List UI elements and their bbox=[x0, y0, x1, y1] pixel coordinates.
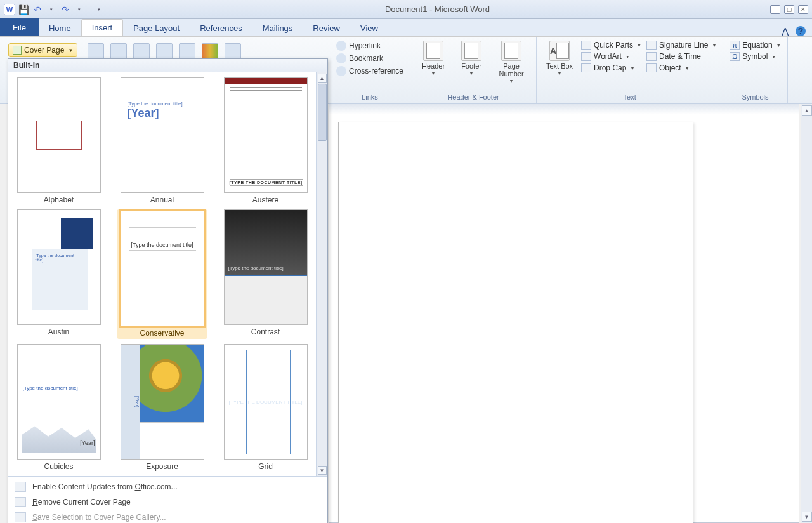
equation-icon: π bbox=[730, 41, 740, 50]
page-number-icon bbox=[501, 41, 521, 61]
wordart-icon bbox=[581, 52, 591, 61]
quick-parts-button[interactable]: Quick Parts▼ bbox=[581, 41, 641, 50]
cover-austere[interactable]: [TYPE THE DOCUMENT TITLE] Austere bbox=[220, 77, 311, 204]
cover-page-icon bbox=[13, 46, 22, 55]
tab-file[interactable]: File bbox=[0, 18, 39, 36]
drop-cap-button[interactable]: Drop Cap▼ bbox=[581, 63, 641, 72]
ribbon-tabs: File Home Insert Page Layout References … bbox=[0, 19, 812, 37]
signature-line-button[interactable]: Signature Line▼ bbox=[646, 41, 716, 50]
remove-cover-page-item[interactable]: Remove Current Cover Page bbox=[8, 494, 327, 510]
group-label-text: Text bbox=[543, 92, 716, 103]
wordart-button[interactable]: WordArt▼ bbox=[581, 52, 641, 61]
object-icon bbox=[646, 63, 657, 72]
group-symbols: πEquation▼ ΩSymbol▼ Symbols bbox=[723, 37, 787, 103]
cover-cubicles[interactable]: [Type the document title] [Year] Cubicle… bbox=[13, 344, 104, 471]
window-controls: — ▢ ✕ bbox=[770, 5, 808, 14]
cover-contrast[interactable]: [Type the document title] Contrast bbox=[220, 209, 311, 339]
redo-icon[interactable]: ↷ bbox=[60, 4, 71, 15]
equation-button[interactable]: πEquation▼ bbox=[730, 41, 780, 50]
group-header-footer: Header▼ Footer▼ Page Number▼ Header & Fo… bbox=[410, 37, 537, 103]
screenshot-icon[interactable] bbox=[225, 43, 241, 60]
cover-grid[interactable]: [TYPE THE DOCUMENT TITLE] Grid bbox=[220, 344, 311, 471]
office-icon bbox=[15, 482, 26, 492]
symbol-icon: Ω bbox=[730, 52, 740, 61]
header-icon bbox=[423, 41, 443, 61]
group-links: Hyperlink Bookmark Cross-reference Links bbox=[330, 37, 410, 103]
document-workspace bbox=[329, 104, 799, 523]
symbol-button[interactable]: ΩSymbol▼ bbox=[730, 52, 780, 61]
date-time-button[interactable]: Date & Time bbox=[646, 52, 716, 61]
cover-austin[interactable]: [Type the document title] Austin bbox=[13, 209, 104, 339]
cover-annual[interactable]: [Type the document title] [Year] Annual bbox=[117, 77, 207, 204]
cover-alphabet[interactable]: Alphabet bbox=[13, 77, 104, 204]
group-label-links: Links bbox=[336, 92, 403, 103]
footer-icon bbox=[461, 41, 481, 61]
maximize-icon[interactable]: ▢ bbox=[784, 5, 794, 14]
bookmark-button[interactable]: Bookmark bbox=[336, 53, 403, 63]
gallery-scrollbar[interactable]: ▲ ▼ bbox=[316, 72, 327, 476]
scroll-up-icon[interactable]: ▲ bbox=[318, 74, 327, 83]
group-label-symbols: Symbols bbox=[730, 92, 780, 103]
date-time-icon bbox=[646, 52, 657, 61]
object-button[interactable]: Object▼ bbox=[646, 63, 716, 72]
text-box-icon: A bbox=[549, 41, 570, 61]
table-icon[interactable] bbox=[88, 43, 104, 60]
tab-references[interactable]: References bbox=[190, 20, 252, 36]
tab-home[interactable]: Home bbox=[39, 20, 81, 36]
footer-button[interactable]: Footer▼ bbox=[455, 41, 488, 76]
scroll-down2-icon[interactable]: ▼ bbox=[802, 512, 812, 522]
help-icon[interactable]: ? bbox=[796, 26, 806, 36]
gallery-header: Built-In bbox=[8, 59, 327, 72]
signature-icon bbox=[646, 41, 657, 50]
tab-mailings[interactable]: Mailings bbox=[252, 20, 303, 36]
ribbon-minimize-icon[interactable]: ⋀ bbox=[782, 26, 792, 36]
save-icon[interactable]: 💾 bbox=[18, 4, 29, 15]
title-bar: W 💾 ↶ ▾ ↷ ▾ ▾ Document1 - Microsoft Word… bbox=[0, 0, 812, 19]
cross-reference-icon bbox=[336, 66, 346, 76]
remove-icon bbox=[15, 497, 26, 507]
cover-conservative[interactable]: [Type the document title] Conservative bbox=[117, 209, 207, 339]
cross-reference-button[interactable]: Cross-reference bbox=[336, 66, 403, 76]
chart-icon[interactable] bbox=[202, 43, 218, 60]
scroll-thumb[interactable] bbox=[318, 84, 327, 141]
bookmark-icon bbox=[336, 53, 346, 63]
enable-content-updates-item[interactable]: Enable Content Updates from Office.com..… bbox=[8, 479, 327, 494]
header-button[interactable]: Header▼ bbox=[417, 41, 450, 76]
gallery-footer: Enable Content Updates from Office.com..… bbox=[8, 476, 327, 523]
tab-review[interactable]: Review bbox=[303, 20, 350, 36]
minimize-icon[interactable]: — bbox=[770, 5, 780, 14]
scroll-up2-icon[interactable]: ▲ bbox=[802, 105, 812, 116]
tab-insert[interactable]: Insert bbox=[81, 19, 124, 36]
undo-icon[interactable]: ↶ bbox=[32, 4, 43, 15]
quick-parts-icon bbox=[581, 41, 591, 50]
cover-page-gallery: Built-In Alphabet [Type the document tit… bbox=[8, 58, 328, 523]
quick-access-toolbar: 💾 ↶ ▾ ↷ ▾ ▾ bbox=[18, 4, 105, 15]
scroll-down-icon[interactable]: ▼ bbox=[318, 466, 327, 475]
vertical-scrollbar[interactable]: ▲ ▼ bbox=[801, 104, 812, 523]
close-icon[interactable]: ✕ bbox=[798, 5, 808, 14]
hyperlink-button[interactable]: Hyperlink bbox=[336, 41, 403, 51]
group-label-hf: Header & Footer bbox=[417, 92, 530, 103]
tab-page-layout[interactable]: Page Layout bbox=[123, 20, 190, 36]
group-text: AText Box▼ Quick Parts▼ WordArt▼ Drop Ca… bbox=[537, 37, 723, 103]
cover-exposure[interactable]: [Year] Exposure bbox=[117, 344, 207, 471]
page-number-button[interactable]: Page Number▼ bbox=[493, 41, 530, 83]
cover-page-button[interactable]: Cover Page ▼ bbox=[8, 43, 77, 57]
cover-page-label: Cover Page bbox=[24, 46, 64, 55]
drop-cap-icon bbox=[581, 63, 591, 72]
clipart-icon[interactable] bbox=[133, 43, 150, 60]
shapes-icon[interactable] bbox=[156, 43, 173, 60]
smartart-icon[interactable] bbox=[179, 43, 195, 60]
save-selection-icon bbox=[15, 512, 26, 522]
word-app-icon: W bbox=[4, 4, 15, 15]
save-selection-item: Save Selection to Cover Page Gallery... bbox=[8, 510, 327, 523]
tab-view[interactable]: View bbox=[350, 20, 388, 36]
hyperlink-icon bbox=[336, 41, 346, 51]
chevron-down-icon: ▼ bbox=[68, 48, 73, 53]
window-title: Document1 - Microsoft Word bbox=[105, 4, 770, 14]
picture-icon[interactable] bbox=[110, 43, 127, 60]
text-box-button[interactable]: AText Box▼ bbox=[543, 41, 576, 76]
document-page[interactable] bbox=[338, 122, 693, 523]
